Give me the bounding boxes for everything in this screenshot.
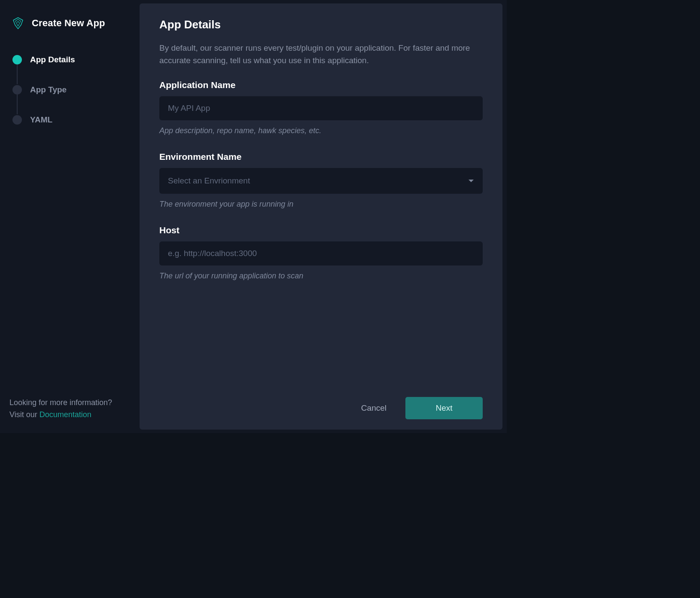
field-label: Host [159,225,483,235]
step-app-type[interactable]: App Type [12,75,130,105]
sidebar-footer: Looking for more information? Visit our … [9,397,130,421]
step-yaml[interactable]: YAML [12,105,130,135]
field-label: Environment Name [159,152,483,162]
cancel-button[interactable]: Cancel [358,398,390,418]
footer-line-2-prefix: Visit our [9,410,40,419]
step-dot-icon [12,115,22,125]
step-connector [17,95,18,114]
sidebar: Create New App App Details App Type YAML… [0,0,140,433]
brand-title: Create New App [32,18,105,29]
app-surface: Create New App App Details App Type YAML… [0,0,507,433]
step-label: App Details [30,55,75,64]
environment-select-wrap: Select an Envrionment [159,168,483,194]
application-name-input[interactable] [159,96,483,120]
page-description: By default, our scanner runs every test/… [159,42,483,67]
field-label: Application Name [159,80,483,90]
hawk-logo-icon [11,16,25,30]
next-button[interactable]: Next [405,397,483,419]
field-help: The environment your app is running in [159,200,483,209]
field-help: The url of your running application to s… [159,272,483,281]
footer-line-1: Looking for more information? [9,397,130,409]
step-dot-icon [12,85,22,95]
brand-row: Create New App [11,16,130,30]
field-application-name: Application Name App description, repo n… [159,80,483,135]
footer-line-2: Visit our Documentation [9,409,130,421]
svg-point-0 [17,21,18,22]
field-environment-name: Environment Name Select an Envrionment T… [159,152,483,209]
field-help: App description, repo name, hawk species… [159,126,483,135]
wizard-actions: Cancel Next [159,388,483,419]
step-label: YAML [30,115,52,125]
environment-select[interactable]: Select an Envrionment [159,168,483,194]
step-connector [17,64,18,84]
step-label: App Type [30,85,67,95]
wizard-steps: App Details App Type YAML [9,45,130,135]
page-title: App Details [159,18,483,31]
host-input[interactable] [159,241,483,265]
documentation-link[interactable]: Documentation [40,410,91,419]
main-panel: App Details By default, our scanner runs… [140,3,502,430]
step-app-details[interactable]: App Details [12,45,130,75]
field-host: Host The url of your running application… [159,225,483,281]
step-dot-icon [12,55,22,65]
